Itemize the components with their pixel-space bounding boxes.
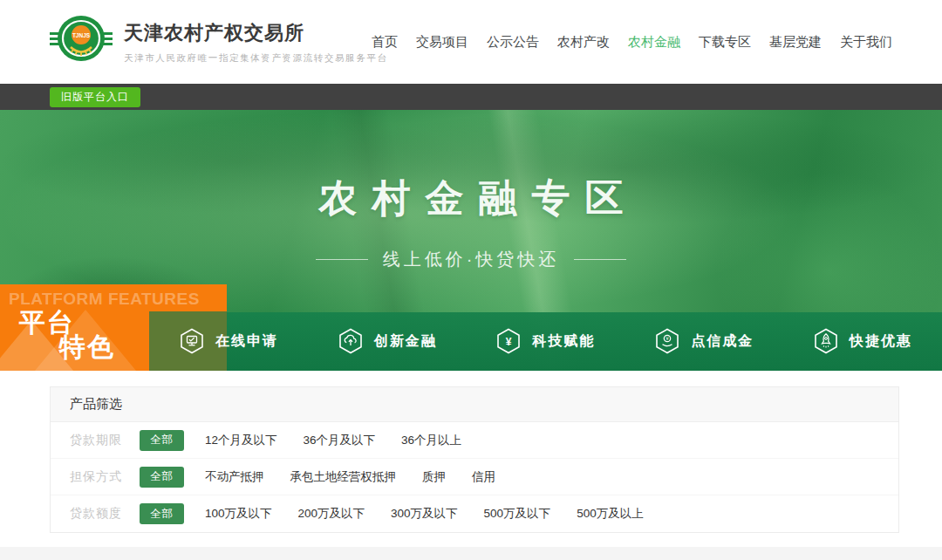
nav-item[interactable]: 农村金融 xyxy=(628,34,680,51)
filter-option[interactable]: 500万及以上 xyxy=(577,506,644,522)
filter-label: 担保方式 xyxy=(70,469,140,485)
feature-item[interactable]: ¥科技赋能 xyxy=(467,311,625,371)
feature-item[interactable]: 快捷优惠 xyxy=(783,311,942,371)
subtitle-right-line xyxy=(574,259,626,260)
filter-option[interactable]: 36个月及以下 xyxy=(304,433,376,448)
footer-strip xyxy=(0,547,942,560)
filter-option[interactable]: 承包土地经营权抵押 xyxy=(290,469,397,485)
filter-panel-title: 产品筛选 xyxy=(70,396,122,413)
nav-item[interactable]: 关于我们 xyxy=(840,34,892,51)
nav-item[interactable]: 下载专区 xyxy=(699,34,751,51)
filter-selected-all-button[interactable]: 全部 xyxy=(140,467,184,488)
filter-option[interactable]: 500万及以下 xyxy=(484,506,551,522)
svg-text:TJNJS: TJNJS xyxy=(72,32,91,38)
filter-selected-all-button[interactable]: 全部 xyxy=(140,430,184,451)
feature-label: 在线申请 xyxy=(215,332,278,351)
main-nav: 首页交易项目公示公告农村产改农村金融下载专区基层党建关于我们 xyxy=(353,0,892,84)
svg-text:¥: ¥ xyxy=(666,336,670,341)
coin-hand-icon: ¥ xyxy=(654,328,691,354)
filter-row: 担保方式全部不动产抵押承包土地经营权抵押质押信用 xyxy=(51,459,898,495)
feature-label: 创新金融 xyxy=(374,332,437,351)
feature-item[interactable]: ¥点信成金 xyxy=(625,311,783,371)
feature-label: 快捷优惠 xyxy=(850,332,912,351)
feature-label: 点信成金 xyxy=(691,332,754,351)
cloud-upload-icon xyxy=(338,328,374,354)
nav-item[interactable]: 农村产改 xyxy=(557,34,610,51)
filter-selected-all-button[interactable]: 全部 xyxy=(140,503,184,524)
filter-label: 贷款额度 xyxy=(70,506,140,522)
hero-banner: 农村金融专区 线上低价·快贷快还 在线申请创新金融¥科技赋能¥点信成金快捷优惠 … xyxy=(0,110,942,371)
feature-item[interactable]: 在线申请 xyxy=(149,311,308,371)
top-strip: 旧版平台入口 xyxy=(0,84,942,110)
old-platform-entry-button[interactable]: 旧版平台入口 xyxy=(50,87,140,107)
nav-item[interactable]: 基层党建 xyxy=(769,34,822,51)
feature-label: 科技赋能 xyxy=(532,332,595,351)
subtitle-left-line xyxy=(316,259,368,260)
filter-row: 贷款期限全部12个月及以下36个月及以下36个月以上 xyxy=(51,422,898,459)
monitor-check-icon xyxy=(179,328,215,354)
filter-panel-header: 产品筛选 xyxy=(51,387,898,422)
nav-item[interactable]: 交易项目 xyxy=(416,34,468,51)
nav-item[interactable]: 首页 xyxy=(372,34,398,51)
hero-subtitle: 线上低价·快贷快还 xyxy=(383,248,560,271)
filter-row: 贷款额度全部100万及以下200万及以下300万及以下500万及以下500万及以… xyxy=(51,495,898,532)
svg-text:¥: ¥ xyxy=(506,336,512,348)
hero-title: 农村金融专区 xyxy=(0,173,942,224)
filter-option[interactable]: 12个月及以下 xyxy=(205,433,277,448)
site-logo-icon: TJNJS xyxy=(50,10,113,68)
ribbon-cn-line2: 特色 xyxy=(59,330,115,365)
site-subtitle: 天津市人民政府唯一指定集体资产资源流转交易服务平台 xyxy=(124,52,388,65)
nav-item[interactable]: 公示公告 xyxy=(487,34,539,51)
brand[interactable]: TJNJS 天津农村产权交易所 天津市人民政府唯一指定集体资产资源流转交易服务平… xyxy=(50,10,388,68)
filter-option[interactable]: 信用 xyxy=(472,469,495,485)
filter-option[interactable]: 36个月以上 xyxy=(401,433,461,448)
filter-option[interactable]: 300万及以下 xyxy=(391,506,458,522)
filter-option[interactable]: 质押 xyxy=(422,469,446,485)
feature-item[interactable]: 创新金融 xyxy=(308,311,467,371)
filter-option[interactable]: 100万及以下 xyxy=(205,506,272,522)
filter-option[interactable]: 200万及以下 xyxy=(298,506,365,522)
filter-option[interactable]: 不动产抵押 xyxy=(205,469,264,485)
rocket-icon xyxy=(813,328,850,354)
site-title: 天津农村产权交易所 xyxy=(124,20,388,46)
feature-bar: 在线申请创新金融¥科技赋能¥点信成金快捷优惠 xyxy=(149,311,942,371)
product-filter-panel: 产品筛选 贷款期限全部12个月及以下36个月及以下36个月以上担保方式全部不动产… xyxy=(50,386,899,533)
filter-label: 贷款期限 xyxy=(70,433,140,448)
yen-icon: ¥ xyxy=(495,328,532,354)
site-header: TJNJS 天津农村产权交易所 天津市人民政府唯一指定集体资产资源流转交易服务平… xyxy=(0,0,942,84)
